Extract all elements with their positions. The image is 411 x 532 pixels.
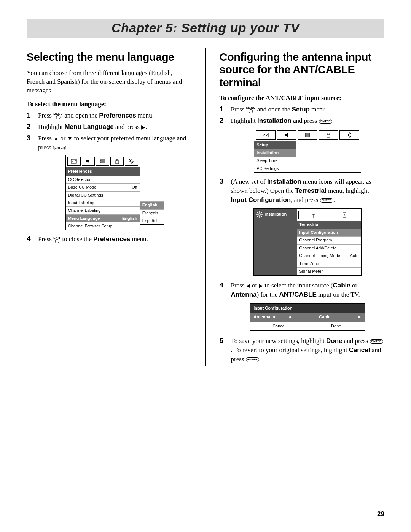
label: Channel Program	[299, 237, 332, 243]
text: menu, highlight	[327, 187, 369, 194]
preferences-panel: Preferences CC Selector Base CC ModeOff …	[65, 155, 140, 230]
text: menu.	[130, 235, 148, 243]
section-heading-right: Configuring the antenna input source for…	[220, 51, 385, 89]
setup-figure: Setup Installation Sleep Timer PC Settin…	[254, 129, 361, 173]
svg-rect-3	[116, 161, 119, 164]
column-divider	[206, 48, 206, 366]
value: Auto	[350, 253, 359, 259]
text: menu.	[136, 112, 154, 119]
label: Channel Labeling	[68, 208, 101, 213]
step-3: (A new set of Installation menu icons wi…	[220, 177, 385, 276]
menu-row: Channel Add/Delete	[297, 244, 361, 252]
panel-title: Input Configuration	[250, 304, 365, 313]
info-tab-icon: i	[330, 211, 360, 219]
installation-left-pane: Installation	[254, 209, 297, 275]
preferences-icon	[298, 130, 317, 140]
text: to close the	[61, 235, 93, 243]
text: to select the input source (	[263, 282, 333, 289]
text: or	[250, 282, 259, 289]
text: To save your new settings, highlight	[231, 337, 326, 345]
svg-line-31	[257, 212, 258, 213]
label: Channel Browser Setup	[68, 223, 112, 229]
svg-line-9	[129, 159, 130, 160]
bold: Installation	[267, 178, 301, 185]
exit-key-icon: EXIT	[53, 237, 61, 243]
bold: Setup	[292, 106, 310, 113]
svg-line-10	[132, 162, 133, 163]
menu-row: Base CC ModeOff	[66, 183, 140, 191]
label: Time Zone	[299, 261, 319, 267]
enter-key-icon: ENTER	[319, 119, 332, 124]
gear-icon	[256, 211, 263, 218]
picture-icon	[67, 157, 81, 166]
text: or	[59, 135, 67, 142]
enter-key-icon: ENTER	[370, 339, 383, 344]
right-column: Configuring the antenna input source for…	[220, 48, 385, 366]
intro-paragraph: You can choose from three different lang…	[27, 69, 192, 95]
left-arrow-icon: ◄	[288, 314, 292, 320]
svg-point-26	[258, 213, 261, 216]
label: Channel Add/Delete	[299, 245, 336, 251]
content-columns: Selecting the menu language You can choo…	[27, 48, 384, 366]
chapter-title: Chapter 5: Setting up your TV	[27, 21, 384, 35]
installation-label: Installation	[264, 211, 287, 217]
panel-title: Preferences	[66, 167, 140, 175]
bold: Terrestrial	[295, 187, 327, 194]
menu-row: Time Zone	[297, 260, 361, 267]
menu-key-icon: MENU	[246, 106, 256, 113]
down-arrow-icon: ▼	[67, 136, 73, 141]
label: Signal Meter	[299, 268, 323, 274]
text: Highlight	[38, 123, 64, 130]
rule	[27, 48, 192, 48]
menu-row: Channel Tuning ModeAuto	[297, 252, 361, 259]
dropdown-option: Español	[140, 217, 164, 224]
right-arrow-icon: ▶	[141, 124, 145, 130]
label: Digital CC Settings	[68, 192, 103, 198]
svg-line-33	[257, 216, 258, 217]
subheading-left: To select the menu language:	[27, 100, 192, 108]
text: , and press	[291, 196, 320, 203]
panel-title: Terrestrial	[297, 221, 361, 229]
menu-row: Digital CC Settings	[66, 191, 140, 199]
installation-figure: Installation i Terrestrial Input Configu…	[253, 208, 362, 276]
dropdown-option: Français	[140, 209, 164, 217]
setup-icon	[125, 157, 138, 166]
installation-right-pane: i Terrestrial Input Configuration Channe…	[297, 209, 361, 275]
step-5: To save your new settings, highlight Don…	[220, 337, 385, 364]
svg-point-17	[348, 134, 350, 136]
label: Input Labeling	[68, 200, 94, 206]
menu-icon-row	[254, 129, 361, 141]
label: Base CC Mode	[68, 184, 97, 190]
bold: Menu Language	[64, 123, 113, 130]
tab-row: i	[297, 209, 361, 221]
done-button-label: Done	[307, 322, 365, 330]
text: . To revert to your original settings, h…	[231, 346, 349, 354]
step-4: Press EXIT to close the Preferences menu…	[27, 235, 192, 244]
audio-icon	[277, 130, 296, 140]
step-2: Highlight Installation and press ENTER.	[220, 116, 385, 173]
bold: Installation	[257, 117, 292, 124]
text: Press	[231, 282, 246, 289]
steps-right: Press MENU and open the Setup menu. High…	[220, 105, 385, 364]
left-arrow-icon: ◀	[246, 283, 250, 289]
menu-row: Channel Labeling	[66, 206, 140, 214]
step-1: Press MENU and open the Setup menu.	[220, 105, 385, 114]
text: Highlight	[231, 117, 257, 124]
page: Chapter 5: Setting up your TV Selecting …	[0, 0, 411, 532]
svg-line-11	[129, 162, 130, 163]
text: or	[350, 282, 357, 289]
menu-row-selected: Input Configuration	[297, 229, 361, 236]
page-number: 29	[27, 510, 384, 518]
menu-row: Channel Program	[297, 236, 361, 244]
bold: Antenna	[231, 291, 257, 298]
chapter-title-bar: Chapter 5: Setting up your TV	[27, 19, 384, 38]
svg-rect-16	[327, 135, 330, 137]
dropdown-option-selected: English	[140, 201, 164, 209]
menu-row: Channel Browser Setup	[66, 222, 140, 230]
svg-text:i: i	[344, 213, 345, 217]
enter-key-icon: ENTER	[246, 357, 259, 362]
step-4: Press ◀ or ▶ to select the input source …	[220, 281, 385, 331]
enter-key-icon: ENTER	[320, 198, 333, 203]
menu-row: PC Settings	[254, 165, 296, 172]
bold: Input Configuration	[231, 196, 291, 203]
